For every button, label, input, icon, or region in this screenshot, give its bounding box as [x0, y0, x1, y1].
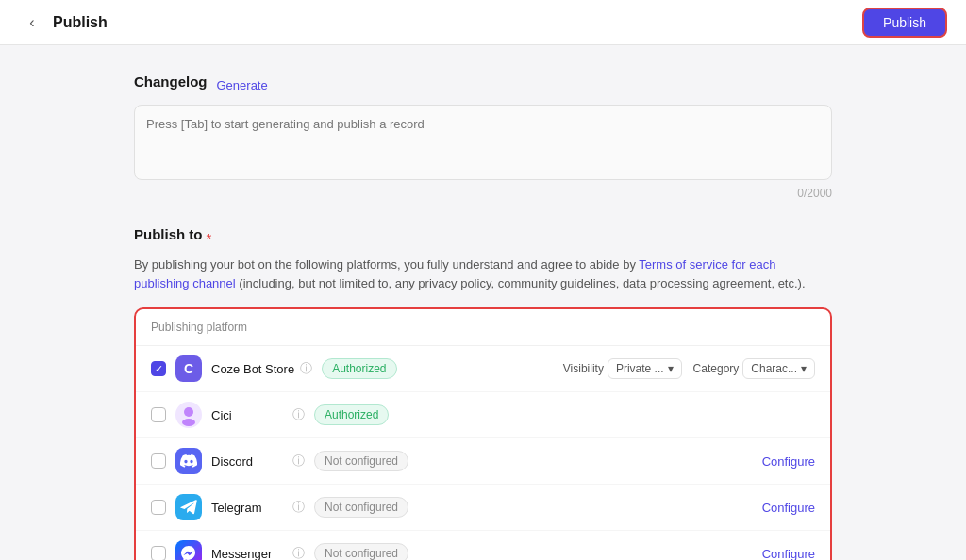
info-icon-telegram[interactable]: ⓘ: [292, 499, 305, 516]
cici-icon: [175, 402, 202, 428]
checkbox-cici[interactable]: [151, 407, 166, 422]
checkbox-telegram[interactable]: [151, 500, 166, 515]
category-group: Category Charac... ▾: [693, 358, 815, 379]
svg-point-1: [184, 407, 193, 417]
changelog-title: Changelog: [134, 74, 208, 90]
visibility-value: Private ...: [616, 362, 664, 375]
back-button[interactable]: ‹: [19, 9, 45, 36]
visibility-dropdown[interactable]: Private ... ▾: [608, 358, 682, 379]
coze-icon: C: [175, 355, 202, 382]
svg-point-2: [182, 419, 195, 426]
generate-link[interactable]: Generate: [217, 78, 268, 92]
required-star: *: [207, 230, 212, 246]
info-icon-messenger[interactable]: ⓘ: [292, 545, 305, 560]
checkbox-coze[interactable]: [151, 361, 166, 376]
status-cici: Authorized: [314, 404, 389, 425]
changelog-textarea[interactable]: [134, 105, 832, 180]
platform-row-telegram: Telegram ⓘ Not configured Configure: [136, 485, 830, 531]
publish-to-title: Publish to: [134, 226, 203, 242]
platform-box-header: Publishing platform: [136, 309, 830, 346]
changelog-header: Changelog Generate: [134, 74, 832, 97]
status-coze: Authorized: [322, 358, 396, 379]
checkbox-messenger[interactable]: [151, 546, 166, 560]
coze-row-right: Visibility Private ... ▾ Category Charac…: [563, 358, 815, 379]
info-icon-cici[interactable]: ⓘ: [292, 406, 305, 423]
publish-to-header: Publish to *: [134, 226, 832, 250]
platform-name-coze: Coze Bot Store: [211, 362, 294, 376]
platform-row-cici: Cici ⓘ Authorized: [136, 392, 830, 438]
info-icon-discord[interactable]: ⓘ: [292, 453, 305, 469]
visibility-label: Visibility: [563, 362, 604, 375]
status-telegram: Not configured: [314, 497, 408, 518]
discord-icon: [175, 448, 202, 474]
configure-messenger[interactable]: Configure: [749, 547, 815, 561]
category-dropdown[interactable]: Charac... ▾: [742, 358, 815, 379]
char-count: 0/2000: [134, 187, 832, 200]
platform-row-coze: C Coze Bot Store ⓘ Authorized Visibility…: [136, 346, 830, 392]
top-bar: ‹ Publish Publish: [0, 0, 966, 45]
publish-button[interactable]: Publish: [862, 8, 947, 38]
visibility-chevron: ▾: [668, 362, 674, 375]
platform-name-cici: Cici: [211, 408, 287, 422]
platform-name-discord: Discord: [211, 454, 287, 469]
platform-row-discord: Discord ⓘ Not configured Configure: [136, 438, 830, 485]
configure-discord[interactable]: Configure: [749, 454, 815, 469]
top-bar-left: ‹ Publish: [19, 9, 108, 36]
category-label: Category: [693, 362, 740, 375]
platform-name-messenger: Messenger: [211, 547, 287, 561]
visibility-group: Visibility Private ... ▾: [563, 358, 682, 379]
messenger-icon: [175, 540, 202, 560]
status-discord: Not configured: [314, 451, 408, 471]
main-content: Changelog Generate 0/2000 Publish to * B…: [115, 45, 851, 560]
status-messenger: Not configured: [314, 543, 408, 560]
platform-box: Publishing platform C Coze Bot Store ⓘ A…: [134, 307, 832, 560]
page-title: Publish: [53, 14, 108, 31]
category-value: Charac...: [751, 362, 797, 375]
publish-description: By publishing your bot on the following …: [134, 255, 832, 292]
checkbox-discord[interactable]: [151, 453, 166, 469]
platform-name-telegram: Telegram: [211, 501, 287, 515]
platform-row-messenger: Messenger ⓘ Not configured Configure: [136, 531, 830, 560]
desc-before-link: By publishing your bot on the following …: [134, 257, 639, 272]
info-icon-coze[interactable]: ⓘ: [300, 360, 312, 377]
configure-telegram[interactable]: Configure: [749, 501, 815, 515]
category-chevron: ▾: [801, 362, 807, 375]
publish-to-section: Publish to * By publishing your bot on t…: [134, 226, 832, 560]
desc-after-link: (including, but not limited to, any priv…: [236, 276, 806, 290]
telegram-icon: [175, 494, 202, 520]
